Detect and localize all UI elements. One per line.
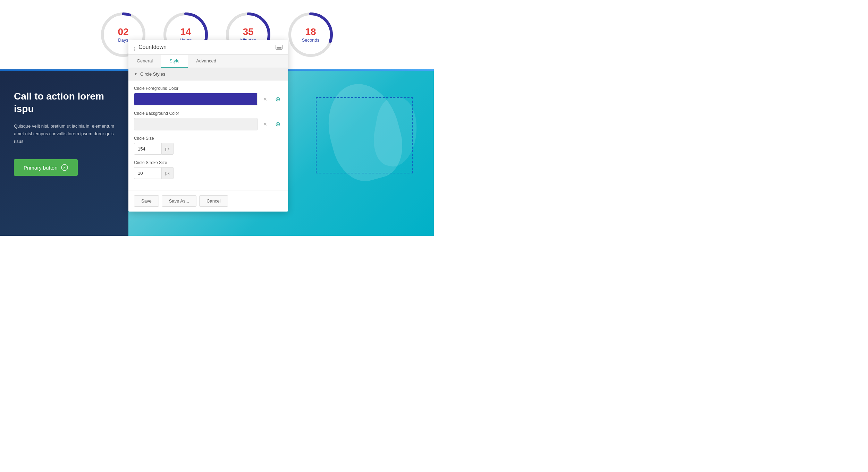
form-area: Circle Foreground Color ✕ ⊕ Circle Backg… (128, 80, 288, 190)
check-icon: ✓ (61, 164, 68, 171)
minutes-number: 35 (243, 27, 253, 37)
dialog-content: ▼ Circle Styles Circle Foreground Color … (128, 68, 288, 190)
bg-color-label: Circle Background Color (134, 111, 283, 116)
chevron-down-icon: ▼ (134, 72, 137, 76)
circle-size-row: px (134, 143, 283, 155)
minimize-button[interactable] (276, 45, 283, 50)
save-as-button[interactable]: Save As... (162, 195, 197, 207)
countdown-dialog: Countdown General Style Advanced ▼ Circl… (128, 40, 288, 212)
dialog-footer: Save Save As... Cancel (128, 190, 288, 212)
seconds-number: 18 (305, 27, 316, 37)
seconds-label: Seconds (302, 37, 320, 43)
circle-stroke-label: Circle Stroke Size (134, 160, 283, 165)
countdown-seconds: 18 Seconds (286, 10, 335, 59)
cta-heading: Call to action lorem ispu (14, 90, 115, 115)
hours-number: 14 (180, 27, 191, 37)
save-button[interactable]: Save (134, 195, 159, 207)
fg-color-group: Circle Foreground Color ✕ ⊕ (134, 86, 283, 105)
cta-body: Quisque velit nisi, pretium ut lacinia i… (14, 122, 115, 145)
fg-color-swatch[interactable] (134, 93, 258, 105)
tab-advanced[interactable]: Advanced (188, 55, 225, 68)
bg-color-row: ✕ ⊕ (134, 118, 283, 130)
bg-color-swatch[interactable] (134, 118, 258, 130)
dialog-title: Countdown (138, 44, 167, 50)
section-header-circle-styles[interactable]: ▼ Circle Styles (128, 68, 288, 80)
fg-color-clear-btn[interactable]: ✕ (260, 94, 270, 104)
primary-button[interactable]: Primary button ✓ (14, 159, 78, 176)
section-title: Circle Styles (140, 71, 165, 77)
tab-style[interactable]: Style (161, 55, 188, 68)
cancel-button[interactable]: Cancel (199, 195, 228, 207)
fg-color-label: Circle Foreground Color (134, 86, 283, 91)
fg-color-row: ✕ ⊕ (134, 93, 283, 105)
circle-size-group: Circle Size px (134, 136, 283, 155)
circle-stroke-row: px (134, 167, 283, 179)
circle-size-label: Circle Size (134, 136, 283, 141)
tab-general[interactable]: General (128, 55, 161, 68)
days-number: 02 (118, 27, 128, 37)
circle-size-input[interactable] (134, 143, 162, 155)
fg-color-add-btn[interactable]: ⊕ (273, 94, 283, 104)
circle-stroke-unit: px (162, 167, 174, 179)
drag-handle[interactable] (134, 47, 135, 48)
circle-stroke-input[interactable] (134, 167, 162, 179)
bg-color-group: Circle Background Color ✕ ⊕ (134, 111, 283, 130)
bg-color-add-btn[interactable]: ⊕ (273, 119, 283, 129)
circle-stroke-group: Circle Stroke Size px (134, 160, 283, 179)
left-cta-panel: Call to action lorem ispu Quisque velit … (0, 69, 128, 236)
dialog-tabs: General Style Advanced (128, 55, 288, 68)
bg-color-clear-btn[interactable]: ✕ (260, 119, 270, 129)
primary-button-label: Primary button (24, 165, 58, 171)
days-label: Days (118, 37, 128, 43)
circle-size-unit: px (162, 143, 174, 155)
dialog-header: Countdown (128, 40, 288, 55)
dialog-header-left: Countdown (134, 44, 167, 50)
